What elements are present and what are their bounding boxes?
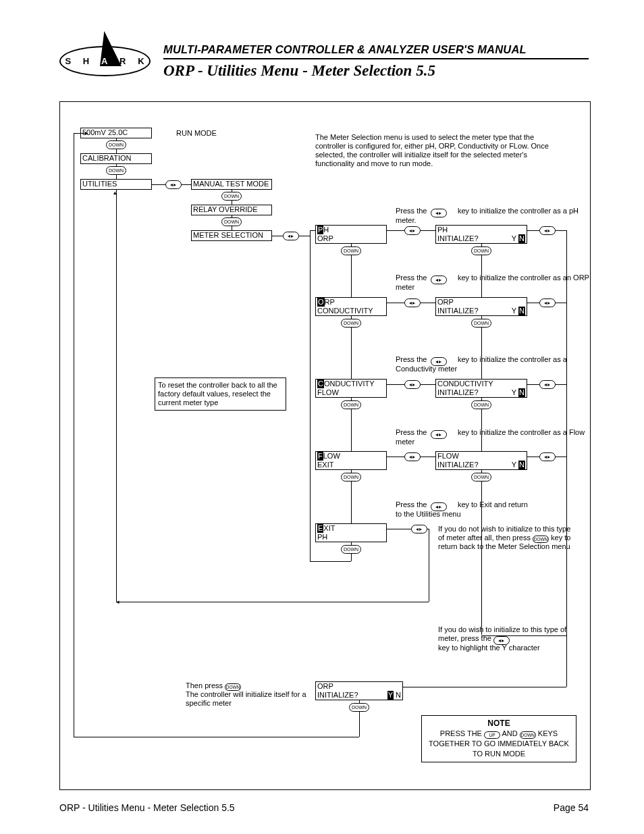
lcd-orp-b: ORP INITIALIZE? Y N [435,297,527,316]
leftright-key-icon [539,298,556,307]
logo-letter: K [138,56,144,66]
logo-letter: S [65,56,72,66]
leftright-key-icon [431,430,447,439]
header-rule [163,58,589,59]
logo-letter: R [119,56,126,66]
leftright-key-icon [539,226,556,235]
leftright-key-icon [431,357,447,366]
leftright-key-icon [431,276,447,284]
down-key-icon: DOWN [349,703,369,712]
down-key-icon: DOWN [520,731,536,739]
hint-ph: Press the key to initialize the controll… [396,207,590,225]
note-box: NOTE PRESS THE UP AND DOWN KEYS TOGETHER… [421,715,576,762]
lcd-flow-b: FLOW INITIALIZE? Y N [435,451,527,470]
logo-letter: H [83,56,90,66]
lcd-meter-selection: METER SELECTION [191,230,272,241]
leftright-key-icon [404,226,421,235]
lcd-flow-a: FLOWEXIT [315,451,387,470]
down-key-icon: DOWN [471,473,491,481]
down-key-icon: DOWN [341,473,361,481]
leftright-key-icon [493,636,510,645]
lcd-orp-a: ORPCONDUCTIVITY [315,297,387,316]
footer-right: Page 54 [554,802,589,813]
down-key-icon: DOWN [106,166,126,175]
page: S H A R K MULTI-PARAMETER CONTROLLER & A… [0,0,644,834]
hint-flow: Press the key to initialize the controll… [396,428,590,446]
leftright-key-icon [404,298,421,307]
down-key-icon: DOWN [225,683,241,691]
shark-logo: S H A R K [59,39,151,76]
hint-exit: Press the key to Exit and return to the … [396,500,531,519]
leftright-key-icon [411,525,427,533]
down-key-icon: DOWN [341,545,361,554]
leftright-key-icon [283,232,299,240]
lcd-cond-b: CONDUCTIVITY INITIALIZE? Y N [435,379,527,398]
leftright-key-icon [431,209,447,217]
down-key-icon: DOWN [341,319,361,328]
lcd-ph-b: PH INITIALIZE? Y N [435,225,527,244]
lcd-run: 500mV 25.0C [80,128,152,138]
leftright-key-icon [539,380,556,389]
lcd-cond-a: CONDUCTIVITYFLOW [315,379,387,398]
leftright-key-icon [539,452,556,461]
confirm-note: If you do wish to initialize to this typ… [438,625,573,652]
down-key-icon: DOWN [221,217,242,226]
diagram-frame: The Meter Selection menu is used to sele… [59,101,591,790]
leftright-key-icon [404,380,421,389]
footer-left: ORP - Utilities Menu - Meter Selection 5… [59,802,235,813]
down-key-icon: DOWN [533,536,549,543]
down-key-icon: DOWN [341,246,361,255]
down-key-icon: DOWN [471,400,491,409]
reset-note: To reset the controller back to all the … [155,377,286,411]
logo-letter: A [101,56,108,66]
down-key-icon: DOWN [106,140,126,149]
lcd-relay-override: RELAY OVERRIDE [191,205,272,215]
arrow-left-icon: ◂ [116,599,119,605]
down-key-icon: DOWN [221,192,242,201]
then-press-note: Then press DOWN The controller will init… [186,681,321,708]
lcd-manual-test: MANUAL TEST MODE [191,179,272,190]
header-subtitle: MULTI-PARAMETER CONTROLLER & ANALYZER US… [163,43,589,56]
run-mode-label: RUN MODE [176,129,217,138]
leftright-key-icon [431,502,447,511]
lcd-calibration: CALIBRATION [80,153,152,164]
arrow-up-icon: ▴ [113,190,117,196]
hint-orp: Press the key to initialize the controll… [396,273,590,292]
down-key-icon: DOWN [341,400,361,409]
lcd-final: ORP INITIALIZE? Y N [315,681,403,700]
lcd-exit-a: EXITPH [315,523,387,542]
arrow-right-icon: ▸ [85,130,88,136]
page-title: ORP - Utilities Menu - Meter Selection 5… [163,62,589,80]
exit-side-note: If you do not wish to initialize to this… [438,525,573,551]
lcd-ph-a: PHORP [315,225,387,244]
leftright-key-icon [165,180,182,189]
leftright-key-icon [404,452,421,461]
down-key-icon: DOWN [471,246,491,255]
down-key-icon: DOWN [471,319,491,328]
lcd-utilities: UTILITIES [80,179,152,190]
intro-text: The Meter Selection menu is used to sele… [315,133,565,168]
hint-cond: Press the key to initialize the controll… [396,355,590,373]
up-key-icon: UP [484,731,500,739]
